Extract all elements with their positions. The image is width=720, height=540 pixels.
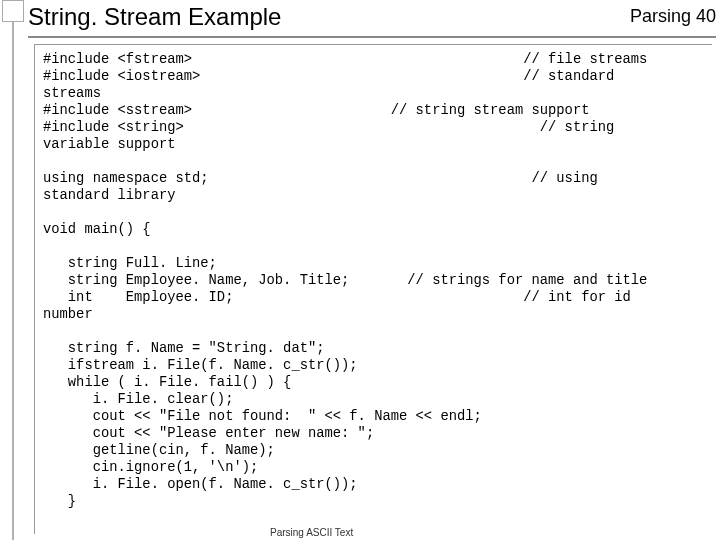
slide-header-right: Parsing 40 — [630, 6, 716, 27]
slide-title: String. Stream Example — [28, 3, 281, 30]
slide-container: String. Stream Example Parsing 40 #inclu… — [0, 0, 720, 540]
sidebar-decoration — [0, 0, 28, 540]
code-content: #include <fstream> // file streams #incl… — [43, 51, 706, 510]
page-number: 40 — [696, 6, 716, 26]
footer-caption: Parsing ASCII Text — [270, 527, 353, 538]
code-region: #include <fstream> // file streams #incl… — [34, 44, 712, 534]
title-bar: String. Stream Example Parsing 40 — [28, 2, 720, 34]
sidebar-box-icon — [2, 0, 24, 22]
title-underline — [28, 36, 716, 38]
header-right-label: Parsing — [630, 6, 691, 26]
sidebar-vertical-line — [12, 22, 14, 540]
